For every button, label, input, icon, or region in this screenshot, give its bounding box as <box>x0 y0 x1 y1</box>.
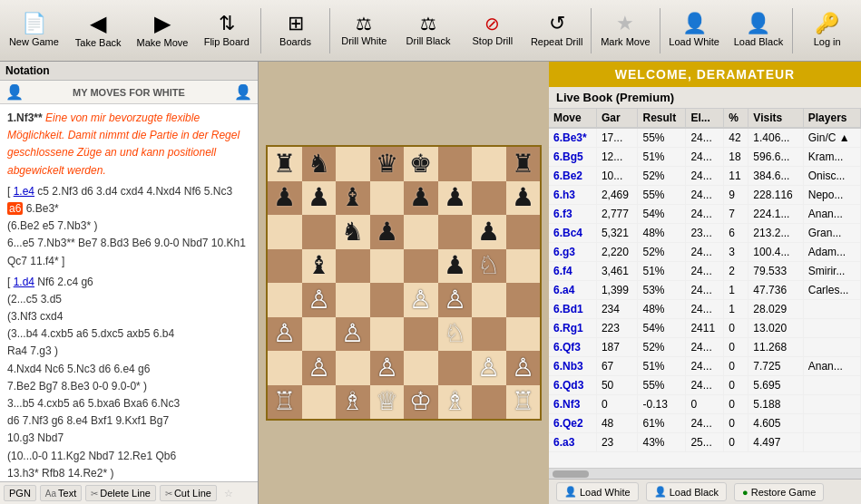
piece-bk-e8[interactable]: ♚ <box>409 151 432 177</box>
live-book-table[interactable]: Move Gar Result El... % Visits Players 6… <box>549 109 861 468</box>
square-b7[interactable]: ♟ <box>302 181 337 216</box>
piece-wq-d1[interactable]: ♕ <box>376 389 398 414</box>
square-a6[interactable] <box>268 215 302 249</box>
square-g7[interactable] <box>472 181 506 216</box>
square-g1[interactable] <box>472 385 506 420</box>
square-g3[interactable] <box>472 317 506 352</box>
cut-line-button[interactable]: ✂ Cut Line <box>160 485 217 501</box>
piece-wk-e1[interactable]: ♔ <box>409 389 432 414</box>
square-c6[interactable]: ♞ <box>336 215 370 249</box>
piece-wr-h1[interactable]: ♖ <box>512 389 534 414</box>
square-h7[interactable]: ♟ <box>506 181 541 216</box>
piece-bp-f7[interactable]: ♟ <box>444 185 466 210</box>
table-row[interactable]: 6.Nf3 0 -0.13 0 0 5.188 <box>549 395 861 414</box>
square-c1[interactable]: ♗ <box>336 385 370 420</box>
square-h1[interactable]: ♖ <box>506 385 541 420</box>
text-button[interactable]: Aa Text <box>40 485 82 501</box>
piece-bn-c6[interactable]: ♞ <box>341 219 364 245</box>
piece-wp-g2[interactable]: ♙ <box>477 355 500 381</box>
table-row[interactable]: 6.Be3* 17... 55% 24... 42 1.406... Gin/C… <box>549 128 861 148</box>
repeat-drill-button[interactable]: ↺ Repeat Drill <box>524 4 589 58</box>
square-f8[interactable] <box>438 147 473 181</box>
square-g6[interactable]: ♟ <box>472 215 506 249</box>
mark-move-button[interactable]: ★ Mark Move <box>593 4 658 58</box>
square-b1[interactable] <box>302 385 337 420</box>
load-white-button[interactable]: 👤 Load White <box>662 4 727 58</box>
piece-wp-d2[interactable]: ♙ <box>376 355 398 381</box>
square-b2[interactable]: ♙ <box>302 351 337 385</box>
piece-bp-f5[interactable]: ♟ <box>444 253 466 278</box>
piece-bp-g6[interactable]: ♟ <box>477 219 500 245</box>
square-d3[interactable] <box>370 317 405 352</box>
new-game-button[interactable]: 📄 New Game <box>2 4 66 58</box>
table-row[interactable]: 6.g3 2,220 52% 24... 3 100.4... Adam... <box>549 243 861 262</box>
square-c8[interactable] <box>336 147 370 181</box>
square-c4[interactable] <box>336 283 370 317</box>
load-black-bar-button[interactable]: 👤 Load Black <box>646 482 727 501</box>
piece-br-h8[interactable]: ♜ <box>512 151 534 177</box>
square-d6[interactable]: ♟ <box>370 215 405 249</box>
table-row[interactable]: 6.f3 2,777 54% 24... 7 224.1... Anan... <box>549 205 861 224</box>
piece-bb-c7[interactable]: ♝ <box>341 185 364 210</box>
piece-br-a8[interactable]: ♜ <box>273 151 296 177</box>
square-g5[interactable]: ♘ <box>472 249 506 284</box>
square-b8[interactable]: ♞ <box>302 147 337 181</box>
piece-bp-e7[interactable]: ♟ <box>409 185 432 210</box>
square-c5[interactable] <box>336 249 370 284</box>
table-row[interactable]: 6.Nb3 67 51% 24... 0 7.725 Anan... <box>549 357 861 376</box>
square-f4[interactable]: ♙ <box>438 283 473 317</box>
square-g2[interactable]: ♙ <box>472 351 506 385</box>
square-h4[interactable] <box>506 283 541 317</box>
chess-board[interactable]: ♜♞♛♚♜♟♟♝♟♟♟♞♟♟♝♟♘♙♙♙♙♙♘♙♙♙♙♖♗♕♔♗♖ <box>266 145 542 421</box>
square-e3[interactable] <box>404 317 438 352</box>
table-row[interactable]: 6.a3 23 43% 25... 0 4.497 <box>549 433 861 452</box>
table-row[interactable]: 6.h3 2,469 55% 24... 9 228.116 Nepo... <box>549 186 861 205</box>
piece-bp-b7[interactable]: ♟ <box>308 185 330 210</box>
table-row[interactable]: 6.Qd3 50 55% 24... 0 5.695 <box>549 376 861 395</box>
square-b4[interactable]: ♙ <box>302 283 337 317</box>
table-row[interactable]: 6.Rg1 223 54% 2411 0 13.020 <box>549 319 861 338</box>
square-b3[interactable] <box>302 317 337 352</box>
piece-wb-f1[interactable]: ♗ <box>444 389 466 414</box>
piece-wr-a1[interactable]: ♖ <box>273 389 296 414</box>
square-a4[interactable] <box>268 283 302 317</box>
square-d5[interactable] <box>370 249 405 284</box>
piece-bp-h7[interactable]: ♟ <box>512 185 534 210</box>
square-f7[interactable]: ♟ <box>438 181 473 216</box>
square-f3[interactable]: ♘ <box>438 317 473 352</box>
square-b6[interactable] <box>302 215 337 249</box>
piece-bp-a7[interactable]: ♟ <box>273 185 296 210</box>
restore-game-button[interactable]: ● Restore Game <box>734 483 824 501</box>
load-black-button[interactable]: 👤 Load Black <box>727 4 791 58</box>
table-row[interactable]: 6.Qf3 187 52% 24... 0 11.268 <box>549 338 861 357</box>
drill-white-button[interactable]: ⚖ Drill White <box>332 4 396 58</box>
load-white-bar-button[interactable]: 👤 Load White <box>556 482 639 501</box>
piece-bn-b8[interactable]: ♞ <box>308 151 330 177</box>
table-row[interactable]: 6.Bd1 234 48% 24... 1 28.029 <box>549 300 861 319</box>
piece-wp-b2[interactable]: ♙ <box>308 355 330 381</box>
square-h2[interactable]: ♙ <box>506 351 541 385</box>
piece-bp-d6[interactable]: ♟ <box>376 219 398 245</box>
square-e4[interactable]: ♙ <box>404 283 438 317</box>
piece-wn-f3[interactable]: ♘ <box>444 321 466 346</box>
square-a3[interactable]: ♙ <box>268 317 302 352</box>
piece-wp-c3[interactable]: ♙ <box>341 321 364 346</box>
drill-black-button[interactable]: ⚖ Drill Black <box>396 4 461 58</box>
square-e8[interactable]: ♚ <box>404 147 438 181</box>
piece-wp-a3[interactable]: ♙ <box>273 321 296 346</box>
square-d8[interactable]: ♛ <box>370 147 405 181</box>
boards-button[interactable]: ⊞ Boards <box>263 4 328 58</box>
piece-wp-h2[interactable]: ♙ <box>512 355 534 381</box>
square-a7[interactable]: ♟ <box>268 181 302 216</box>
piece-bb-b5[interactable]: ♝ <box>308 253 330 278</box>
square-e5[interactable] <box>404 249 438 284</box>
square-h5[interactable] <box>506 249 541 284</box>
table-row[interactable]: 6.Be2 10... 52% 24... 11 384.6... Onisc.… <box>549 167 861 186</box>
square-d7[interactable] <box>370 181 405 216</box>
square-a2[interactable] <box>268 351 302 385</box>
square-d2[interactable]: ♙ <box>370 351 405 385</box>
piece-wb-c1[interactable]: ♗ <box>341 389 364 414</box>
square-g8[interactable] <box>472 147 506 181</box>
square-g4[interactable] <box>472 283 506 317</box>
square-e7[interactable]: ♟ <box>404 181 438 216</box>
